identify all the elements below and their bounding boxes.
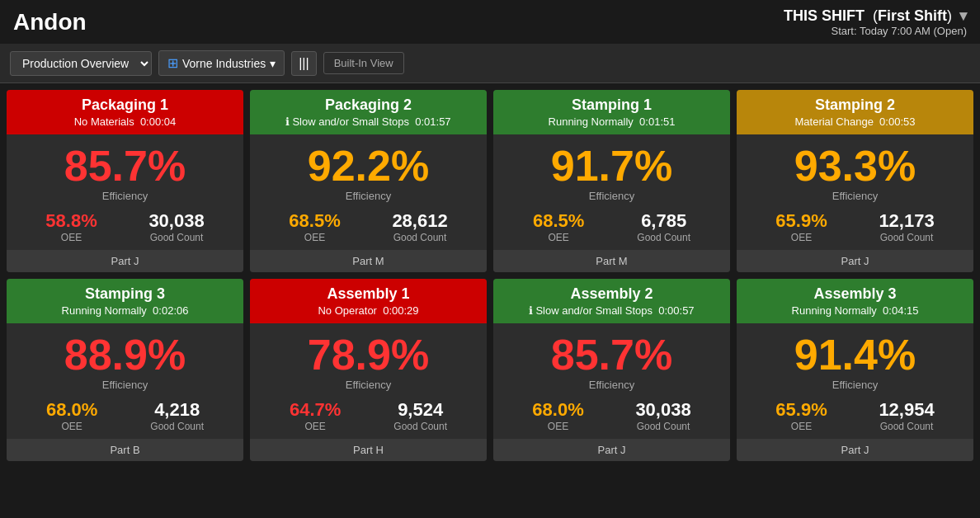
card-part: Part M — [250, 250, 487, 272]
card-status: Running Normally 0:04:15 — [747, 304, 964, 317]
good-count-value: 6,785 — [637, 210, 690, 232]
oee-label: OEE — [289, 232, 340, 243]
info-icon: ℹ — [285, 115, 290, 128]
card-header: Assembly 1 No Operator 0:00:29 — [250, 279, 487, 323]
oee-label: OEE — [532, 421, 583, 432]
oee-value: 68.5% — [533, 210, 584, 232]
card-title: Stamping 2 — [747, 97, 964, 114]
good-count-value: 9,524 — [393, 399, 447, 421]
card-stamping-2[interactable]: Stamping 2 Material Change 0:00:53 93.3%… — [737, 90, 973, 272]
card-assembly-3[interactable]: Assembly 3 Running Normally 0:04:15 91.4… — [737, 279, 973, 461]
company-icon: ⊞ — [167, 55, 178, 71]
cards-grid: Packaging 1 No Materials 0:00:04 85.7% E… — [0, 83, 980, 468]
good-count-stat: 9,524 Good Count — [393, 399, 447, 432]
card-status: ℹSlow and/or Small Stops 0:00:57 — [503, 304, 720, 317]
shift-start: Start: Today 7:00 AM (Open) — [784, 25, 967, 37]
efficiency-value: 85.7% — [506, 332, 717, 379]
card-stamping-3[interactable]: Stamping 3 Running Normally 0:02:06 88.9… — [7, 279, 243, 461]
builtin-view-button[interactable]: Built-In View — [323, 52, 404, 74]
oee-label: OEE — [533, 232, 584, 243]
card-body: 88.9% Efficiency 68.0% OEE 4,218 Good Co… — [7, 323, 243, 439]
view-selector[interactable]: Production Overview — [10, 51, 152, 76]
good-count-value: 12,173 — [879, 210, 934, 232]
efficiency-value: 91.7% — [506, 143, 717, 190]
oee-stat: 68.5% OEE — [289, 210, 340, 243]
card-header: Stamping 3 Running Normally 0:02:06 — [7, 279, 243, 323]
oee-value: 68.0% — [532, 399, 583, 421]
good-count-stat: 6,785 Good Count — [637, 210, 690, 243]
company-selector[interactable]: ⊞ Vorne Industries ▾ — [158, 50, 285, 76]
card-body: 91.4% Efficiency 65.9% OEE 12,954 Good C… — [737, 323, 973, 439]
efficiency-value: 85.7% — [20, 143, 230, 190]
card-part: Part M — [493, 250, 730, 272]
card-title: Stamping 3 — [16, 285, 233, 303]
card-assembly-2[interactable]: Assembly 2 ℹSlow and/or Small Stops 0:00… — [493, 279, 730, 461]
card-body: 85.7% Efficiency 58.8% OEE 30,038 Good C… — [7, 134, 243, 250]
good-count-label: Good Count — [879, 421, 934, 432]
card-stamping-1[interactable]: Stamping 1 Running Normally 0:01:51 91.7… — [493, 90, 730, 272]
grid-view-button[interactable]: ||| — [291, 51, 316, 76]
good-count-value: 30,038 — [635, 399, 690, 421]
card-part: Part J — [737, 250, 973, 272]
oee-value: 65.9% — [775, 399, 827, 421]
oee-value: 58.8% — [45, 210, 97, 232]
oee-label: OEE — [290, 421, 341, 432]
good-count-stat: 30,038 Good Count — [635, 399, 690, 432]
good-count-label: Good Count — [393, 421, 447, 432]
good-count-label: Good Count — [879, 232, 934, 243]
good-count-value: 28,612 — [392, 210, 447, 232]
oee-label: OEE — [775, 232, 827, 243]
card-title: Assembly 3 — [747, 285, 964, 303]
good-count-label: Good Count — [150, 421, 204, 432]
app-title: Andon — [13, 9, 87, 35]
efficiency-label: Efficiency — [506, 190, 717, 202]
card-status: Material Change 0:00:53 — [747, 115, 964, 128]
good-count-label: Good Count — [635, 421, 690, 432]
efficiency-label: Efficiency — [20, 379, 230, 391]
header: Andon THIS SHIFT (First Shift) ▾ Start: … — [0, 0, 980, 44]
card-status: ℹSlow and/or Small Stops 0:01:57 — [260, 115, 477, 128]
toolbar: Production Overview ⊞ Vorne Industries ▾… — [0, 44, 980, 83]
card-stats: 65.9% OEE 12,954 Good Count — [750, 399, 960, 432]
oee-value: 64.7% — [290, 399, 341, 421]
oee-label: OEE — [775, 421, 827, 432]
oee-value: 68.5% — [289, 210, 340, 232]
card-stats: 68.0% OEE 4,218 Good Count — [20, 399, 230, 432]
oee-stat: 68.0% OEE — [46, 399, 97, 432]
card-header: Assembly 3 Running Normally 0:04:15 — [737, 279, 973, 323]
shift-chevron-icon[interactable]: ▾ — [959, 7, 967, 24]
card-body: 93.3% Efficiency 65.9% OEE 12,173 Good C… — [737, 134, 973, 250]
card-stats: 68.5% OEE 6,785 Good Count — [506, 210, 717, 243]
card-packaging-2[interactable]: Packaging 2 ℹSlow and/or Small Stops 0:0… — [250, 90, 487, 272]
good-count-label: Good Count — [637, 232, 690, 243]
card-body: 92.2% Efficiency 68.5% OEE 28,612 Good C… — [250, 134, 487, 250]
card-title: Packaging 1 — [16, 97, 233, 114]
card-status: Running Normally 0:01:51 — [503, 115, 720, 128]
card-part: Part B — [7, 439, 243, 461]
efficiency-value: 92.2% — [263, 143, 474, 190]
shift-fullname: First Shift — [878, 7, 947, 24]
info-icon: ℹ — [529, 304, 533, 317]
efficiency-label: Efficiency — [750, 190, 960, 202]
card-stats: 65.9% OEE 12,173 Good Count — [750, 210, 960, 243]
card-header: Stamping 1 Running Normally 0:01:51 — [493, 90, 730, 134]
card-packaging-1[interactable]: Packaging 1 No Materials 0:00:04 85.7% E… — [7, 90, 243, 272]
card-part: Part J — [7, 250, 243, 272]
card-header: Stamping 2 Material Change 0:00:53 — [737, 90, 973, 134]
efficiency-label: Efficiency — [20, 190, 230, 202]
oee-label: OEE — [46, 421, 97, 432]
efficiency-label: Efficiency — [263, 190, 474, 202]
oee-value: 65.9% — [775, 210, 827, 232]
card-stats: 68.0% OEE 30,038 Good Count — [506, 399, 717, 432]
card-assembly-1[interactable]: Assembly 1 No Operator 0:00:29 78.9% Eff… — [250, 279, 487, 461]
efficiency-label: Efficiency — [750, 379, 960, 391]
card-part: Part J — [493, 439, 730, 461]
card-part: Part J — [737, 439, 973, 461]
card-header: Assembly 2 ℹSlow and/or Small Stops 0:00… — [493, 279, 730, 323]
card-header: Packaging 2 ℹSlow and/or Small Stops 0:0… — [250, 90, 487, 134]
efficiency-value: 91.4% — [750, 332, 960, 379]
card-title: Assembly 2 — [503, 285, 720, 303]
oee-stat: 65.9% OEE — [775, 210, 827, 243]
good-count-label: Good Count — [148, 232, 204, 243]
oee-stat: 58.8% OEE — [45, 210, 97, 243]
